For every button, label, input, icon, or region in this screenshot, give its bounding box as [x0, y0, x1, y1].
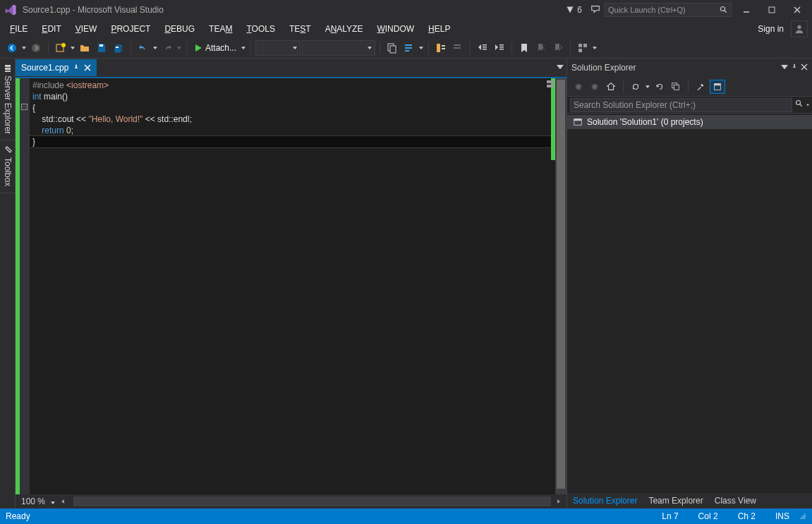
svg-rect-50 [574, 119, 582, 121]
menu-window[interactable]: WINDOW [371, 22, 420, 36]
tab-class-view[interactable]: Class View [709, 494, 762, 508]
platform-combo[interactable] [302, 40, 375, 56]
svg-point-42 [592, 83, 598, 90]
svg-rect-3 [769, 7, 775, 13]
se-home-button[interactable] [604, 80, 618, 94]
se-search-icon[interactable] [792, 99, 804, 110]
status-ins: INS [775, 511, 789, 521]
svg-point-8 [32, 44, 40, 52]
server-explorer-tab[interactable]: Server Explorer [0, 59, 15, 140]
collapse-toggle-icon[interactable]: − [21, 104, 28, 110]
undo-button[interactable] [135, 40, 151, 56]
editor-footer: 100 % [16, 494, 566, 508]
menu-project[interactable]: PROJECT [105, 22, 156, 36]
feedback-icon[interactable] [590, 4, 600, 16]
extensions-button[interactable] [575, 40, 590, 56]
new-project-dropdown[interactable] [70, 47, 75, 49]
decrease-indent-button[interactable] [475, 40, 490, 56]
comment-button[interactable] [401, 40, 417, 56]
vertical-scrollbar[interactable] [555, 78, 566, 494]
svg-rect-27 [499, 47, 504, 48]
sign-in-link[interactable]: Sign in [753, 24, 788, 34]
code-editor[interactable]: − #include <iostream> int main() { std::… [16, 77, 566, 494]
se-preview-button[interactable] [710, 80, 725, 94]
notifications-indicator[interactable]: 6 [562, 5, 586, 15]
svg-rect-23 [483, 44, 487, 46]
se-search-dropdown[interactable] [804, 101, 809, 109]
undo-dropdown[interactable] [152, 47, 158, 49]
menu-debug[interactable]: DEBUG [159, 22, 200, 36]
outlining-margin[interactable]: − [20, 78, 30, 494]
quick-launch-input[interactable]: Quick Launch (Ctrl+Q) [605, 3, 732, 17]
menu-help[interactable]: HELP [423, 22, 456, 36]
menu-view[interactable]: VIEW [70, 22, 103, 36]
window-title: Source1.cpp - Microsoft Visual Studio [23, 5, 562, 15]
svg-rect-12 [116, 47, 119, 48]
se-tree[interactable]: Solution 'Solution1' (0 projects) [567, 114, 812, 493]
tab-dropdown-button[interactable] [557, 63, 564, 73]
next-bookmark-button [550, 40, 566, 56]
pin-panel-icon[interactable] [788, 63, 798, 73]
menu-team[interactable]: TEAM [203, 22, 238, 36]
resize-grip-icon[interactable] [796, 513, 806, 520]
zoom-dropdown[interactable] [51, 496, 55, 506]
open-file-button[interactable] [77, 40, 92, 56]
bookmark-button[interactable] [516, 40, 532, 56]
se-search-input[interactable]: Search Solution Explorer (Ctrl+;) [570, 98, 792, 112]
menu-test[interactable]: TEST [284, 22, 317, 36]
menu-file[interactable]: FILE [4, 22, 33, 36]
file-tab-source1[interactable]: Source1.cpp [16, 59, 97, 76]
svg-point-41 [576, 83, 582, 90]
se-sync-button[interactable] [629, 80, 643, 94]
svg-rect-25 [483, 49, 487, 50]
nav-back-dropdown[interactable] [21, 47, 27, 49]
maximize-button[interactable] [761, 3, 782, 17]
svg-rect-31 [578, 49, 582, 52]
close-panel-icon[interactable] [798, 63, 808, 73]
comment-dropdown[interactable] [418, 47, 424, 49]
toggle-outlining-button[interactable] [433, 40, 449, 56]
scroll-right-button[interactable] [554, 496, 564, 506]
horizontal-scrollbar[interactable] [73, 496, 551, 506]
pin-icon[interactable] [73, 64, 80, 71]
file-tab-label: Source1.cpp [21, 63, 68, 73]
solution-root-item[interactable]: Solution 'Solution1' (0 projects) [567, 115, 812, 129]
nav-back-button[interactable] [4, 40, 20, 56]
find-in-files-button[interactable] [384, 40, 400, 56]
tab-solution-explorer[interactable]: Solution Explorer [567, 494, 643, 508]
se-properties-button[interactable] [693, 80, 708, 94]
attach-debugger-button[interactable]: Attach... [191, 40, 239, 56]
solution-config-combo[interactable] [255, 40, 301, 56]
save-button[interactable] [94, 40, 109, 56]
save-all-button[interactable] [111, 40, 126, 56]
zoom-level[interactable]: 100 % [18, 496, 48, 506]
increase-indent-button[interactable] [492, 40, 507, 56]
split-handle-icon[interactable] [547, 80, 554, 87]
svg-rect-11 [99, 44, 103, 47]
toolbar-overflow[interactable] [592, 47, 598, 49]
se-sync-dropdown[interactable] [645, 85, 650, 88]
tab-team-explorer[interactable]: Team Explorer [643, 494, 708, 508]
new-project-button[interactable] [53, 40, 68, 56]
status-ch: Ch 2 [738, 511, 756, 521]
code-text-area[interactable]: #include <iostream> int main() { std::co… [30, 78, 555, 494]
svg-rect-21 [454, 44, 461, 46]
scroll-left-button[interactable] [58, 496, 68, 506]
menu-tools[interactable]: TOOLS [241, 22, 280, 36]
svg-point-10 [61, 43, 66, 47]
toolbox-tab[interactable]: Toolbox [0, 140, 15, 193]
scrollbar-thumb[interactable] [557, 80, 565, 489]
close-tab-icon[interactable] [84, 64, 91, 71]
minimize-button[interactable] [736, 3, 757, 17]
user-icon[interactable] [791, 20, 808, 37]
menu-edit[interactable]: EDIT [36, 22, 66, 36]
panel-menu-icon[interactable] [778, 63, 788, 73]
panel-header[interactable]: Solution Explorer [567, 59, 812, 77]
se-search-row: Search Solution Explorer (Ctrl+;) [567, 97, 812, 114]
status-col: Col 2 [698, 511, 718, 521]
close-button[interactable] [787, 3, 808, 17]
menu-analyze[interactable]: ANALYZE [320, 22, 369, 36]
se-refresh-button[interactable] [653, 80, 667, 94]
se-collapse-all-button[interactable] [669, 80, 683, 94]
attach-dropdown[interactable] [241, 47, 246, 49]
